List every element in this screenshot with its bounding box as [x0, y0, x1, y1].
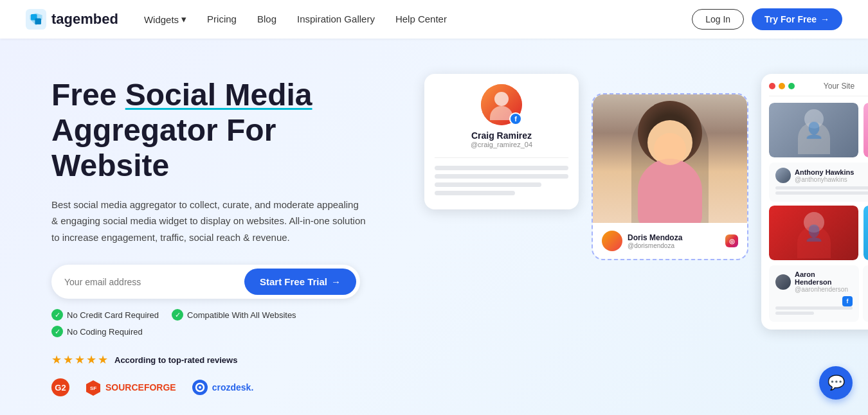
placeholder-line — [435, 182, 541, 187]
trust-label-1: No Credit Card Required — [67, 310, 159, 320]
sourceforge-label: SOURCEFORGE — [105, 382, 176, 393]
star-rating: ★★★★★ — [51, 353, 109, 367]
mini-line — [775, 191, 868, 195]
widget-preview-3: Your Site — [761, 74, 868, 330]
placeholder-line — [435, 166, 568, 170]
logo-link[interactable]: tagembed — [26, 9, 118, 30]
g2-icon: G2 — [51, 378, 69, 396]
hero-widgets: f Craig Ramirez @craig_ramirez_04 — [424, 71, 868, 330]
dot-green — [788, 83, 795, 89]
mini-avatar-2 — [775, 274, 791, 290]
mini-post-card-1: Anthony Hawkins @anthonyhawkins 𝕏 — [769, 163, 868, 202]
svg-text:G2: G2 — [55, 383, 66, 393]
post2-handle: @aaronhenderson — [795, 286, 853, 293]
trust-label-3: No Coding Required — [67, 327, 143, 337]
chat-bubble[interactable]: 💬 — [819, 366, 853, 400]
start-trial-button[interactable]: Start Free Trial → — [244, 269, 356, 295]
photo-1 — [769, 103, 858, 157]
title-part2: Aggregator For Website — [51, 113, 276, 182]
email-input[interactable] — [64, 277, 244, 287]
chevron-down-icon: ▾ — [181, 13, 186, 25]
profile-name: Craig Ramirez — [435, 130, 568, 141]
trust-label-2: Compatible With All Websites — [187, 310, 296, 320]
login-button[interactable]: Log In — [692, 9, 744, 30]
check-icon-1: ✓ — [51, 309, 63, 321]
nav-widgets[interactable]: Widgets ▾ — [144, 13, 186, 25]
grid-photos-bottom — [769, 206, 868, 260]
trust-compatible: ✓ Compatible With All Websites — [172, 309, 296, 321]
mini-line — [775, 186, 868, 190]
trust-no-credit: ✓ No Credit Card Required — [51, 309, 159, 321]
card2-info: Doris Mendoza @dorismendoza — [628, 233, 720, 249]
facebook-icon-mini: f — [842, 296, 853, 306]
card2-avatar — [602, 231, 622, 251]
traffic-dots — [769, 83, 795, 89]
mini-post-card-3: Kathy Vargas @kathyvargas 𝕏 — [863, 265, 868, 322]
profile-handle: @craig_ramirez_04 — [435, 141, 568, 148]
placeholder-line — [435, 174, 568, 179]
card2-handle: @dorismendoza — [628, 242, 720, 249]
arrow-icon: → — [820, 14, 829, 24]
try-label: Try For Free — [764, 14, 817, 24]
hero-title: Free Social Media Aggregator For Website — [51, 77, 399, 184]
crozdesk-logo: crozdesk. — [192, 379, 254, 396]
mini-post-top-2: Aaron Henderson @aaronhenderson — [775, 270, 853, 293]
dot-red — [769, 83, 775, 89]
photo-4 — [863, 206, 868, 260]
card3-header: Your Site — [769, 82, 868, 96]
your-site-label: Your Site — [824, 82, 854, 91]
crozdesk-label: crozdesk. — [212, 382, 254, 393]
card2-footer: Doris Mendoza @dorismendoza ◎ — [593, 223, 747, 259]
check-icon-2: ✓ — [172, 309, 183, 321]
hero-section: Free Social Media Aggregator For Website… — [0, 39, 868, 415]
chat-icon: 💬 — [827, 375, 845, 391]
mini-post-top: Anthony Hawkins @anthonyhawkins 𝕏 — [775, 168, 868, 183]
title-part1: Free — [51, 78, 125, 112]
svg-rect-2 — [35, 18, 41, 24]
nav-blog[interactable]: Blog — [257, 13, 276, 24]
grid-photo-3 — [769, 206, 858, 260]
widget-preview-1: f Craig Ramirez @craig_ramirez_04 — [424, 74, 579, 209]
nav-pricing[interactable]: Pricing — [207, 13, 237, 24]
brand-name: tagembed — [51, 11, 118, 28]
check-icon-3: ✓ — [51, 326, 63, 337]
sourceforge-icon: SF — [85, 379, 102, 396]
mini-line — [775, 312, 814, 315]
mini-line — [775, 306, 853, 310]
widget-dashed-border: Doris Mendoza @dorismendoza ◎ — [592, 93, 748, 260]
facebook-badge: f — [509, 112, 522, 125]
mini-post-card-2: Aaron Henderson @aaronhenderson f — [769, 265, 859, 322]
navbar: tagembed Widgets ▾ Pricing Blog Inspirat… — [0, 0, 868, 39]
widget-preview-2-wrap: Doris Mendoza @dorismendoza ◎ — [592, 74, 748, 260]
ratings-label: According to top-rated reviews — [114, 355, 237, 365]
trust-no-coding: ✓ No Coding Required — [51, 326, 143, 337]
try-free-button[interactable]: Try For Free → — [752, 8, 842, 30]
dot-yellow — [779, 83, 785, 89]
post2-name: Aaron Henderson — [795, 270, 853, 286]
sourceforge-logo: SF SOURCEFORGE — [85, 379, 176, 396]
brand-logos: G2 SF SOURCEFORGE crozdesk. — [51, 378, 399, 396]
big-photo — [593, 94, 747, 223]
crozdesk-icon — [192, 379, 208, 396]
photo-3 — [769, 206, 858, 260]
nav-inspiration[interactable]: Inspiration Gallery — [297, 13, 375, 24]
card-profile: f Craig Ramirez @craig_ramirez_04 — [435, 84, 568, 158]
svg-point-9 — [199, 386, 201, 389]
post1-name: Anthony Hawkins — [795, 168, 854, 176]
email-form: Start Free Trial → — [51, 265, 360, 299]
nav-help[interactable]: Help Center — [395, 13, 447, 24]
grid-photo-1 — [769, 103, 858, 157]
hero-description: Best social media aggregator to collect,… — [51, 197, 366, 246]
trust-badges: ✓ No Credit Card Required ✓ Compatible W… — [51, 309, 399, 337]
svg-text:SF: SF — [90, 385, 96, 391]
instagram-icon: ◎ — [725, 234, 738, 247]
logo-icon — [26, 9, 46, 30]
bottom-mini-posts: Aaron Henderson @aaronhenderson f — [769, 265, 868, 322]
post1-handle: @anthonyhawkins — [795, 176, 854, 183]
grid-photo-4 — [863, 206, 868, 260]
placeholder-lines — [435, 166, 568, 195]
grid-photos — [769, 103, 868, 157]
photo-2 — [863, 103, 868, 157]
card2-name: Doris Mendoza — [628, 233, 720, 242]
grid-photo-2 — [863, 103, 868, 157]
